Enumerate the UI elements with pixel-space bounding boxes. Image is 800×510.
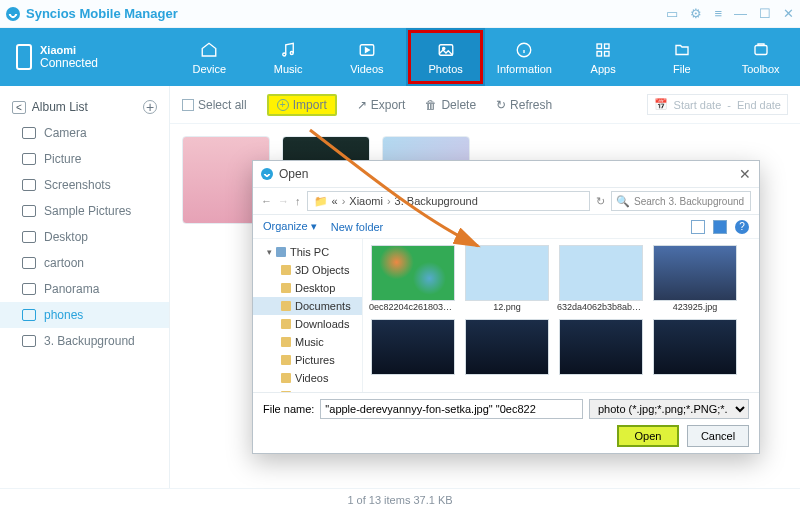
dialog-toolbar: Organize ▾ New folder ? [253, 215, 759, 239]
file-label: 12.png [463, 303, 551, 313]
tree-item-label: This PC [290, 246, 329, 258]
tree-item-label: Documents [295, 300, 351, 312]
folder-icon [281, 373, 291, 383]
device-icon [16, 44, 32, 70]
status-text: 1 of 13 items 37.1 KB [347, 494, 452, 506]
titlebar: Syncios Mobile Manager ▭ ⚙ ≡ — ☐ ✕ [0, 0, 800, 28]
chevron-down-icon[interactable]: ▾ [267, 247, 272, 257]
album-icon [22, 335, 36, 347]
device-badge[interactable]: Xiaomi Connected [0, 28, 170, 86]
crumb-0[interactable]: « [332, 195, 338, 207]
dialog-file-grid: 0ec82204c261803015859f11e56e0eca.jpg12.p… [363, 239, 759, 392]
svg-rect-9 [605, 51, 610, 56]
tree-item-desktop[interactable]: Desktop [253, 279, 362, 297]
trash-icon: 🗑 [425, 98, 437, 112]
tree-item-pictures[interactable]: Pictures [253, 351, 362, 369]
file-item[interactable] [463, 319, 551, 375]
minimize-icon[interactable]: — [734, 6, 747, 21]
date-range[interactable]: 📅 Start date - End date [647, 94, 788, 115]
tree-item-3d-objects[interactable]: 3D Objects [253, 261, 362, 279]
file-thumb [559, 245, 643, 301]
refresh-button[interactable]: ↻ Refresh [496, 98, 552, 112]
sidebar-item-camera[interactable]: Camera [0, 120, 169, 146]
nav-apps[interactable]: Apps [564, 28, 643, 86]
maximize-icon[interactable]: ☐ [759, 6, 771, 21]
nav-information[interactable]: Information [485, 28, 564, 86]
sidebar-item-desktop[interactable]: Desktop [0, 224, 169, 250]
new-folder-button[interactable]: New folder [331, 221, 384, 233]
export-button[interactable]: ↗ Export [357, 98, 406, 112]
folder-icon [281, 355, 291, 365]
add-album-button[interactable]: + [143, 100, 157, 114]
dialog-close-icon[interactable]: ✕ [739, 166, 751, 182]
import-button[interactable]: + Import [267, 94, 337, 116]
feedback-icon[interactable]: ▭ [666, 6, 678, 21]
file-item[interactable] [557, 319, 645, 375]
sidebar-item-panorama[interactable]: Panorama [0, 276, 169, 302]
back-icon[interactable]: < [12, 101, 26, 114]
folder-icon [281, 301, 291, 311]
svg-rect-10 [755, 45, 767, 54]
file-item[interactable] [651, 319, 739, 375]
tree-item-downloads[interactable]: Downloads [253, 315, 362, 333]
cancel-button[interactable]: Cancel [687, 425, 749, 447]
file-item[interactable]: 632da4062b3b8abaf19d9f3a9a1bd.gif [557, 245, 645, 313]
breadcrumb-refresh-icon[interactable]: ↻ [596, 195, 605, 208]
folder-icon [276, 247, 286, 257]
tree-item-label: Pictures [295, 354, 335, 366]
file-type-select[interactable]: photo (*.jpg;*.png;*.PNG;*.gif;* [589, 399, 749, 419]
sidebar-item-screenshots[interactable]: Screenshots [0, 172, 169, 198]
crumb-2[interactable]: 3. Backupground [395, 195, 478, 207]
nav-file[interactable]: File [643, 28, 722, 86]
sidebar-item-picture[interactable]: Picture [0, 146, 169, 172]
settings-icon[interactable]: ⚙ [690, 6, 702, 21]
nav-icon [671, 40, 693, 60]
menu-icon[interactable]: ≡ [714, 6, 722, 21]
nav-device[interactable]: Device [170, 28, 249, 86]
dialog-search[interactable]: 🔍 Search 3. Backupground [611, 191, 751, 211]
help-icon[interactable]: ? [735, 220, 749, 234]
sidebar-item-3-backupground[interactable]: 3. Backupground [0, 328, 169, 354]
open-button[interactable]: Open [617, 425, 679, 447]
folder-icon [281, 283, 291, 293]
view-icons-icon[interactable] [691, 220, 705, 234]
album-icon [22, 231, 36, 243]
end-date: End date [737, 99, 781, 111]
nav-up-icon[interactable]: ↑ [295, 195, 301, 207]
svg-rect-8 [597, 51, 602, 56]
tree-item-label: Music [295, 336, 324, 348]
import-label: Import [293, 98, 327, 112]
nav-forward-icon[interactable]: → [278, 195, 289, 207]
nav-videos[interactable]: Videos [328, 28, 407, 86]
select-all-label: Select all [198, 98, 247, 112]
nav-music[interactable]: Music [249, 28, 328, 86]
album-icon [22, 309, 36, 321]
select-all-checkbox[interactable]: Select all [182, 98, 247, 112]
view-list-icon[interactable] [713, 220, 727, 234]
delete-button[interactable]: 🗑 Delete [425, 98, 476, 112]
file-item[interactable]: 12.png [463, 245, 551, 313]
breadcrumb[interactable]: 📁 « › Xiaomi › 3. Backupground [307, 191, 591, 211]
sidebar-item-cartoon[interactable]: cartoon [0, 250, 169, 276]
logo-icon [6, 7, 20, 21]
nav-icon [356, 40, 378, 60]
file-item[interactable] [369, 319, 457, 375]
album-icon [22, 153, 36, 165]
tree-item-videos[interactable]: Videos [253, 369, 362, 387]
folder-icon [281, 319, 291, 329]
tree-item-this-pc[interactable]: ▾This PC [253, 243, 362, 261]
file-name-input[interactable] [320, 399, 583, 419]
organize-menu[interactable]: Organize ▾ [263, 220, 317, 233]
tree-item-music[interactable]: Music [253, 333, 362, 351]
close-icon[interactable]: ✕ [783, 6, 794, 21]
nav-back-icon[interactable]: ← [261, 195, 272, 207]
file-item[interactable]: 423925.jpg [651, 245, 739, 313]
search-placeholder: Search 3. Backupground [634, 196, 744, 207]
crumb-1[interactable]: Xiaomi [349, 195, 383, 207]
file-item[interactable]: 0ec82204c261803015859f11e56e0eca.jpg [369, 245, 457, 313]
tree-item-documents[interactable]: Documents [253, 297, 362, 315]
sidebar-item-phones[interactable]: phones [0, 302, 169, 328]
nav-photos[interactable]: Photos [406, 28, 485, 86]
sidebar-item-sample-pictures[interactable]: Sample Pictures [0, 198, 169, 224]
nav-toolbox[interactable]: Toolbox [721, 28, 800, 86]
